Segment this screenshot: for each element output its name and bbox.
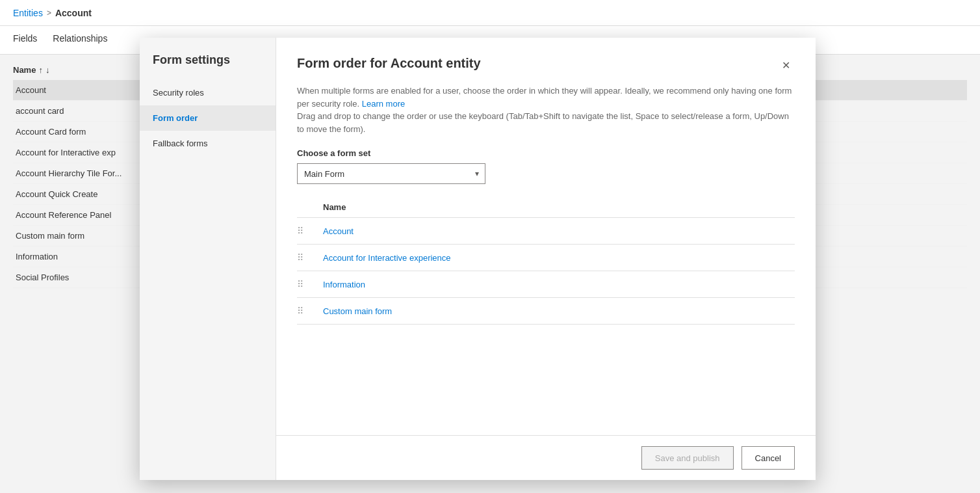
form-name-cell[interactable]: Information	[323, 271, 795, 298]
drag-col-header	[297, 197, 323, 218]
description-text-2: Drag and drop to change the order or use…	[297, 111, 789, 134]
modal-description: When multiple forms are enabled for a us…	[297, 85, 795, 135]
sort-up-icon: ↑	[38, 65, 43, 75]
modal-left-title: Form settings	[140, 53, 276, 80]
breadcrumb-parent[interactable]: Entities	[13, 8, 43, 18]
save-and-publish-button[interactable]: Save and publish	[641, 446, 734, 470]
drag-handle-icon[interactable]: ⠿	[297, 306, 311, 316]
tab-relationships[interactable]: Relationships	[53, 33, 107, 47]
form-set-select[interactable]: Main Form Quick Create Card	[297, 163, 485, 184]
name-col-header: Name	[323, 197, 795, 218]
form-name-cell[interactable]: Account for Interactive experience	[323, 245, 795, 271]
choose-form-set-label: Choose a form set	[297, 148, 795, 158]
drag-handle-icon[interactable]: ⠿	[297, 279, 311, 289]
nav-item-security-roles[interactable]: Security roles	[140, 80, 276, 105]
learn-more-link[interactable]: Learn more	[362, 99, 405, 109]
modal-header: Form order for Account entity ✕	[297, 56, 795, 74]
sort-down-icon: ↓	[45, 65, 50, 75]
table-row[interactable]: ⠿ Account for Interactive experience	[297, 245, 795, 271]
nav-item-form-order[interactable]: Form order	[140, 105, 276, 131]
drag-handle-icon[interactable]: ⠿	[297, 226, 311, 236]
close-icon: ✕	[782, 59, 790, 72]
form-name-cell[interactable]: Custom main form	[323, 298, 795, 325]
modal-title: Form order for Account entity	[297, 56, 481, 71]
tab-fields[interactable]: Fields	[13, 33, 37, 47]
modal-footer: Save and publish Cancel	[276, 435, 816, 480]
breadcrumb-separator: >	[47, 8, 51, 18]
modal-dialog: Form settings Security roles Form order …	[140, 38, 816, 480]
modal-right-panel: Form order for Account entity ✕ When mul…	[276, 38, 816, 480]
table-row[interactable]: ⠿ Information	[297, 271, 795, 298]
cancel-button[interactable]: Cancel	[741, 446, 795, 470]
sort-label: Name	[13, 65, 36, 75]
breadcrumb-current: Account	[55, 8, 92, 18]
nav-item-fallback-forms[interactable]: Fallback forms	[140, 131, 276, 156]
table-row[interactable]: ⠿ Custom main form	[297, 298, 795, 325]
breadcrumb: Entities > Account	[13, 8, 92, 18]
table-row[interactable]: ⠿ Account	[297, 218, 795, 245]
form-name-cell[interactable]: Account	[323, 218, 795, 245]
close-button[interactable]: ✕	[777, 56, 795, 74]
form-list-table: Name ⠿ Account ⠿ Account for Interactive…	[297, 197, 795, 325]
modal-left-panel: Form settings Security roles Form order …	[140, 38, 276, 480]
drag-handle-icon[interactable]: ⠿	[297, 252, 311, 263]
form-set-selector[interactable]: Main Form Quick Create Card ▾	[297, 163, 485, 184]
